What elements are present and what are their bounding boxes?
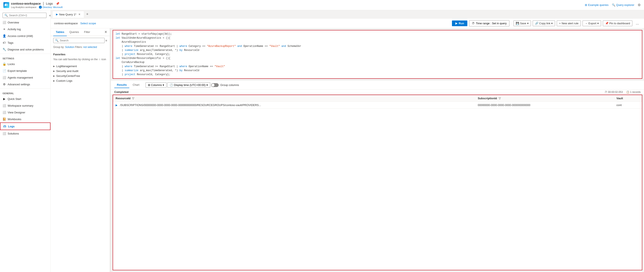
example-queries-icon: ⊞	[585, 3, 587, 6]
settings-section-title: Settings	[0, 55, 50, 61]
sidebar-item-access-control[interactable]: 👤 Access control (IAM)	[0, 32, 50, 39]
filter-icon-button[interactable]: ≡	[106, 39, 107, 42]
group-by-value-link[interactable]: Solution	[65, 46, 74, 48]
col-header-vault[interactable]: Vault	[614, 95, 642, 102]
query-explorer-link[interactable]: 🔍 Query explorer	[612, 3, 634, 6]
table-group-security-audit[interactable]: ▶ Security and Audit	[51, 69, 110, 73]
header-section: Logs	[46, 2, 53, 5]
copy-link-chevron-icon: ▾	[551, 22, 553, 25]
sidebar-item-tags[interactable]: 🏷 Tags	[0, 39, 50, 46]
panel-tabs: Tables Queries Filter ✕	[51, 28, 110, 36]
cell-resource-id: ▶ /SUBSCRIPTIONS/00000000-0000-0000-0000…	[113, 102, 475, 109]
status-bar: Completed ⏱ 00:00:02.053 📋 1 records	[111, 89, 644, 95]
logs-label: Logs	[8, 125, 14, 128]
select-scope-button[interactable]: Select scope	[80, 22, 96, 25]
copy-link-icon: 🔗	[535, 22, 538, 25]
workbooks-icon: 📔	[2, 117, 6, 121]
panel-search-area: 🔍 ≡	[51, 36, 110, 45]
view-designer-label: View Designer	[8, 111, 25, 114]
results-table: ResourceId ▽ SubscriptionId ▽ Vault	[113, 95, 642, 109]
sidebar-search-input[interactable]	[9, 14, 44, 17]
table-group-custom-logs[interactable]: ▶ Custom Logs	[51, 78, 110, 83]
sidebar-item-view-designer[interactable]: ⬜ View Designer	[0, 109, 50, 116]
time-display-button[interactable]: 🕐 Display time (UTC+00:00) ▾	[167, 82, 210, 88]
expand-row-button[interactable]: ▶	[116, 104, 118, 107]
log-management-label: LogManagement	[56, 65, 77, 68]
table-group-security-center-free[interactable]: ▶ SecurityCenterFree	[51, 73, 110, 78]
cell-vault: cont	[614, 102, 642, 109]
export-chevron-icon: ▾	[597, 22, 599, 25]
sidebar-search-box[interactable]: 🔍	[2, 13, 46, 18]
log-management-chevron-icon: ▶	[53, 65, 55, 67]
copy-link-button[interactable]: 🔗 Copy link ▾	[533, 20, 555, 26]
pin-dashboard-icon: 📌	[605, 22, 608, 25]
group-columns-toggle[interactable]	[211, 83, 219, 87]
solutions-icon: ⬜	[2, 132, 6, 135]
clock-small-icon: ⏱	[605, 91, 607, 94]
sidebar-item-agents-management[interactable]: ⬜ Agents management	[0, 74, 50, 81]
save-icon: 💾	[516, 22, 519, 25]
sidebar: 🔍 « ⬜ Overview ≡ Activity log 👤 Access c…	[0, 10, 51, 272]
panel-search-field[interactable]	[60, 39, 103, 42]
run-icon: ▶	[455, 22, 458, 25]
query-editor[interactable]: let RangeStart = startofday(ago(3d)); le…	[112, 30, 642, 79]
time-range-button[interactable]: ⏱ Time range : Set in query	[469, 20, 509, 26]
panel-search-icon: 🔍	[55, 39, 58, 42]
sidebar-item-export-template[interactable]: 📄 Export template	[0, 67, 50, 74]
tab-bar: ▶ New Query 1* ✕ +	[51, 10, 644, 18]
query-tab[interactable]: ▶ New Query 1* ✕	[52, 11, 84, 18]
sidebar-item-advanced-settings[interactable]: ⚙ Advanced settings	[0, 81, 50, 88]
more-options-button[interactable]: ...	[634, 20, 640, 26]
filters-value-link[interactable]: not selected	[83, 46, 97, 48]
logs-icon: 🗃	[3, 125, 6, 128]
security-audit-label: Security and Audit	[56, 69, 78, 73]
custom-logs-chevron-icon: ▶	[53, 80, 55, 82]
add-tab-button[interactable]: +	[84, 11, 91, 18]
workspace-title: contoso-workspace	[11, 2, 41, 5]
tab-tables[interactable]: Tables	[53, 28, 67, 36]
sidebar-item-workspace-summary[interactable]: ⬜ Workspace summary	[0, 102, 50, 109]
sidebar-item-overview[interactable]: ⬜ Overview	[0, 19, 50, 26]
quick-start-icon: ▶	[2, 97, 6, 100]
workbooks-label: Workbooks	[8, 118, 21, 121]
subscription-id-filter-icon[interactable]: ▽	[499, 97, 501, 100]
col-header-subscription-id[interactable]: SubscriptionId ▽	[475, 95, 614, 102]
new-alert-button[interactable]: + New alert rule	[557, 20, 581, 26]
diagnose-label: Diagnose and solve problems	[8, 48, 44, 51]
sidebar-item-workbooks[interactable]: 📔 Workbooks	[0, 116, 50, 122]
col-header-resource-id[interactable]: ResourceId ▽	[113, 95, 475, 102]
resource-id-filter-icon[interactable]: ▽	[132, 97, 134, 100]
security-center-free-label: SecurityCenterFree	[56, 74, 80, 77]
query-panel: let RangeStart = startofday(ago(3d)); le…	[111, 28, 644, 272]
table-header-row: ResourceId ▽ SubscriptionId ▽ Vault	[113, 95, 642, 102]
sidebar-item-locks[interactable]: 🔒 Locks	[0, 61, 50, 67]
tags-label: Tags	[8, 41, 13, 44]
advanced-settings-label: Advanced settings	[8, 83, 30, 86]
close-tab-icon[interactable]: ✕	[78, 13, 80, 16]
locks-label: Locks	[8, 62, 15, 66]
header-info: contoso-workspace | Logs 📌 Log Analytics…	[11, 1, 62, 9]
sidebar-item-quick-start[interactable]: ▶ Quick Start	[0, 95, 50, 102]
save-button[interactable]: 💾 Save ▾	[514, 20, 531, 26]
export-button[interactable]: → Export ▾	[582, 20, 601, 26]
tab-filter[interactable]: Filter	[82, 28, 93, 36]
panel-search-input-box[interactable]: 🔍	[53, 38, 104, 43]
results-tab-chart[interactable]: Chart	[130, 82, 142, 88]
results-tab-results[interactable]: Results	[114, 82, 129, 88]
sidebar-item-activity-log[interactable]: ≡ Activity log	[0, 26, 50, 32]
tab-queries[interactable]: Queries	[67, 28, 82, 36]
sidebar-search-icon: 🔍	[4, 14, 8, 17]
sidebar-item-solutions[interactable]: ⬜ Solutions	[0, 130, 50, 137]
sidebar-item-logs[interactable]: 🗃 Logs	[0, 122, 50, 130]
close-panel-button[interactable]: ✕	[104, 28, 107, 36]
pin-icon[interactable]: 📌	[56, 2, 59, 5]
pin-to-dashboard-button[interactable]: 📌 Pin to dashboard	[603, 20, 632, 26]
table-group-log-management[interactable]: ▶ LogManagement	[51, 64, 110, 69]
header-right: ⊞ Example queries 🔍 Query explorer ⚙	[585, 3, 640, 7]
columns-button[interactable]: ⊞ Columns ▾	[146, 82, 166, 88]
example-queries-link[interactable]: ⊞ Example queries	[585, 3, 608, 6]
run-button[interactable]: ▶ Run	[452, 20, 467, 26]
settings-gear-button[interactable]: ⚙	[638, 3, 640, 7]
sidebar-item-diagnose[interactable]: 🔧 Diagnose and solve problems	[0, 46, 50, 53]
save-chevron-icon: ▾	[527, 22, 529, 25]
